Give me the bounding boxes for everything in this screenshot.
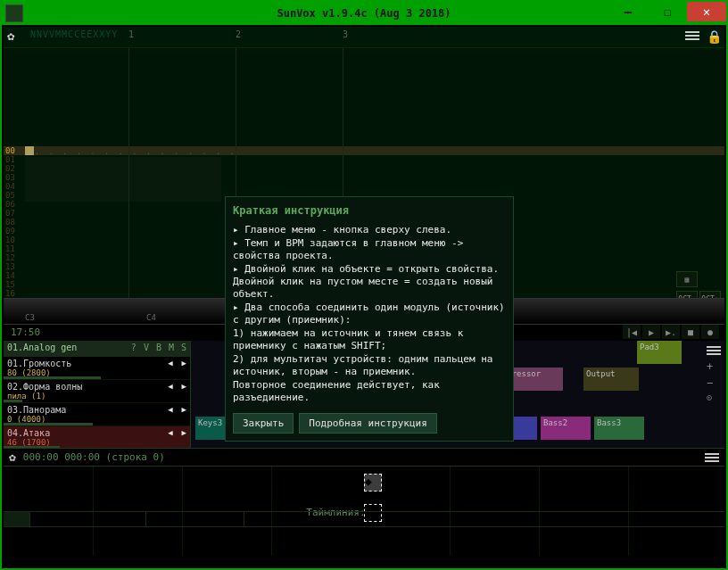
timeline-grid[interactable]: [4, 511, 724, 527]
synth-controls: 01.Analog gen ? V B M S 01.Громкость80 (…: [4, 341, 191, 448]
param-row[interactable]: 02.Форма волныпила (1)◀▶: [4, 380, 190, 403]
help-dialog: Краткая инструкция ▸ Главное меню - кноп…: [225, 196, 514, 442]
zoom-out-icon[interactable]: −: [707, 376, 721, 389]
timeline-header: ✿ 000:00 000:00 (строка 0): [4, 449, 724, 467]
play2-button[interactable]: ▶.: [662, 325, 680, 339]
dialog-close-button[interactable]: Закрыть: [233, 413, 294, 434]
row-num: 00: [4, 146, 23, 155]
content-area: ✿ NNVVMMCCEEXXYY 1 2 3 🔒 . . . . . . . .…: [4, 27, 724, 566]
play-button[interactable]: ▶: [642, 325, 660, 339]
param-inc-icon[interactable]: ▶: [182, 382, 186, 391]
titlebar[interactable]: SunVox v1.9.4c (Aug 3 2018) — ☐ ✕: [2, 2, 726, 25]
timeline-position: 000:00 000:00 (строка 0): [23, 451, 165, 463]
hdr-b[interactable]: B: [156, 343, 161, 355]
menu-icon[interactable]: [685, 29, 699, 42]
module-box[interactable]: Bass2: [541, 417, 591, 440]
qr-button[interactable]: ▦: [676, 271, 698, 287]
module-box[interactable]: Output: [583, 368, 639, 391]
col-num-2: 2: [236, 29, 241, 39]
param-inc-icon[interactable]: ▶: [182, 428, 186, 437]
window-title: SunVox v1.9.4c (Aug 3 2018): [277, 7, 451, 20]
hdr-m[interactable]: M: [169, 343, 174, 355]
timeline-section: ✿ 000:00 000:00 (строка 0) ◆ Таймлиния: …: [4, 448, 724, 564]
minimize-button[interactable]: —: [608, 2, 648, 21]
dialog-title: Краткая инструкция: [233, 204, 506, 217]
module-box[interactable]: Pad3: [637, 341, 682, 364]
synth-name: 01.Analog gen: [7, 343, 77, 355]
synth-header: 01.Analog gen ? V B M S: [4, 341, 190, 357]
hdr-v[interactable]: V: [144, 343, 149, 355]
param-row[interactable]: 03.Панорама0 (4000)◀▶: [4, 403, 190, 426]
col-num-1: 1: [128, 29, 134, 39]
center-icon[interactable]: ⊙: [707, 392, 721, 402]
dialog-more-button[interactable]: Подробная инструкция: [299, 413, 436, 434]
play-marker[interactable]: ◆: [364, 474, 382, 492]
param-row[interactable]: 04.Атака46 (1700)◀▶: [4, 426, 190, 450]
param-dec-icon[interactable]: ◀: [168, 382, 172, 391]
hdr-s[interactable]: S: [181, 343, 186, 355]
row-numbers: 00 01 02 03 04 05 06 07 08 09 10 11 12 1…: [4, 146, 23, 298]
oct-up-button[interactable]: OCT+: [699, 291, 721, 298]
octave-label: C4: [146, 313, 156, 322]
rec-button[interactable]: ●: [701, 325, 719, 339]
app-icon: [5, 4, 23, 22]
zoom-in-icon[interactable]: +: [707, 360, 721, 373]
param-row[interactable]: 01.Громкость80 (2800)◀▶: [4, 357, 190, 380]
column-headers: NNVVMMCCEEXXYY: [30, 29, 118, 39]
app-window: SunVox v1.9.4c (Aug 3 2018) — ☐ ✕ ✿ NNVV…: [0, 0, 728, 570]
lock-icon[interactable]: 🔒: [707, 29, 719, 42]
tl-menu-icon[interactable]: [705, 451, 719, 464]
param-inc-icon[interactable]: ▶: [182, 405, 186, 414]
time-display: 17:50: [11, 326, 40, 338]
param-dec-icon[interactable]: ◀: [168, 428, 172, 437]
tracker-header: ✿ NNVVMMCCEEXXYY 1 2 3 🔒: [4, 27, 724, 48]
tl-corner-icon[interactable]: ✿: [9, 450, 16, 464]
rewind-button[interactable]: |◀: [623, 325, 641, 339]
col-num-3: 3: [343, 29, 348, 39]
module-box[interactable]: Bass3: [594, 417, 644, 440]
close-button[interactable]: ✕: [687, 2, 726, 21]
param-dec-icon[interactable]: ◀: [168, 405, 172, 414]
param-inc-icon[interactable]: ▶: [182, 359, 186, 368]
dialog-body: ▸ Главное меню - кнопка сверху слева. ▸ …: [233, 224, 506, 404]
maximize-button[interactable]: ☐: [648, 2, 687, 21]
main-menu-icon[interactable]: ✿: [7, 29, 23, 45]
hdr-help[interactable]: ?: [131, 343, 136, 355]
octave-label: C3: [25, 313, 35, 322]
param-dec-icon[interactable]: ◀: [168, 359, 172, 368]
mod-menu-icon[interactable]: [707, 344, 721, 357]
stop-button[interactable]: ■: [682, 325, 699, 339]
oct-down-button[interactable]: OCT-: [676, 291, 698, 298]
